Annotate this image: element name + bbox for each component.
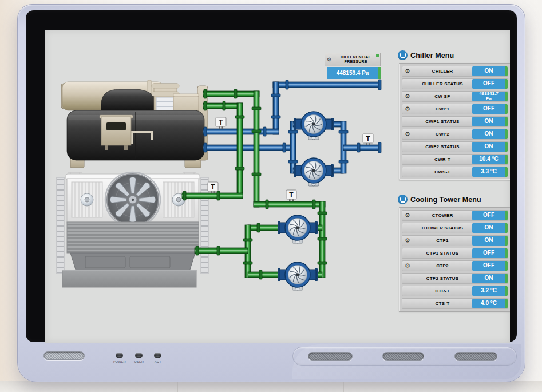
tower-basin: [70, 253, 195, 271]
differential-pressure-widget: ⚙ DIFFERENTIAL PRESSURE 448159.4 Pa: [325, 53, 381, 79]
gear-spacer: [402, 248, 413, 258]
power-led: [116, 353, 123, 358]
chiller-value-button[interactable]: ON: [472, 66, 508, 76]
svg-text:T: T: [219, 118, 223, 126]
ctp2-status-value-button[interactable]: ON: [472, 274, 508, 283]
cw-sp-value-button[interactable]: 468843.7 Pa: [472, 92, 508, 101]
row-label: CTP1: [413, 236, 472, 246]
ctp2-value-button[interactable]: OFF: [472, 261, 508, 271]
chiller-control-box: [101, 117, 131, 145]
row-label: CTOWER STATUS: [413, 223, 472, 233]
speaker-grille: [382, 352, 424, 361]
gear-spacer: [402, 79, 413, 89]
row-label: CTP2 STATUS: [413, 274, 472, 283]
ctr-t-value-button[interactable]: 3.2 °C: [472, 286, 508, 296]
menu-row: CTR-T3.2 °C: [402, 286, 508, 296]
menu-row: CWP2 STATUSON: [402, 141, 508, 152]
cwp1-status-value-button[interactable]: ON: [472, 117, 508, 126]
tower-ladder-right: [201, 177, 208, 274]
row-label: CWP2 STATUS: [413, 142, 472, 152]
row-label: CTR-T: [413, 286, 472, 296]
temperature-sensor-cwr: T: [363, 134, 373, 145]
menu-row: ⚙CTP1ON: [402, 235, 508, 246]
cwp1-value-button[interactable]: OFF: [472, 104, 508, 114]
menu-row: CWP1 STATUSON: [402, 116, 508, 127]
cwr-t-value-button[interactable]: 10.4 °C: [472, 155, 508, 164]
chiller-menu-header: Chiller Menu: [398, 50, 454, 60]
row-label: CWS-T: [413, 167, 472, 177]
act-led: [154, 353, 161, 358]
tower-concrete-base: [62, 270, 196, 287]
table-surface: [0, 381, 542, 392]
menu-row: CTS-T4.0 °C: [402, 298, 508, 309]
temperature-sensor-cws: T: [216, 117, 226, 129]
dp-header: ⚙ DIFFERENTIAL PRESSURE: [325, 53, 381, 66]
cwp2-value-button[interactable]: ON: [472, 129, 508, 139]
cooling-tower-menu-title: Cooling Tower Menu: [410, 196, 481, 204]
cts-t-value-button[interactable]: 4.0 °C: [472, 299, 508, 308]
gear-icon[interactable]: ⚙: [402, 261, 413, 271]
chiller-menu-panel: ⚙CHILLERONCHILLER STATUSOFF⚙CW SP468843.…: [399, 63, 510, 180]
speaker-grille: [308, 352, 353, 361]
row-label: CHILLER: [413, 66, 472, 76]
cwp2-status-value-button[interactable]: ON: [472, 142, 508, 152]
user-led: [135, 353, 143, 358]
row-label: CW SP: [413, 92, 472, 101]
temperature-sensor-ctr: T: [208, 182, 218, 193]
table-seam: [343, 381, 344, 392]
cooling-tower-pump-2: [278, 262, 318, 290]
chiller-unit: [61, 80, 208, 168]
gear-icon[interactable]: ⚙: [402, 92, 413, 101]
act-led-label: ACT: [147, 360, 169, 363]
cooling-tower-menu-panel: ⚙CTOWEROFFCTOWER STATUSON⚙CTP1ONCTP1 STA…: [399, 207, 510, 312]
menu-row: CTOWER STATUSON: [402, 223, 508, 233]
menu-row: CWS-T3.3 °C: [402, 167, 508, 177]
row-label: CTS-T: [413, 299, 472, 308]
screen-frame: T T T T: [26, 10, 517, 342]
chiller-menu-title: Chiller Menu: [410, 52, 454, 60]
temperature-sensor-cts: T: [286, 190, 296, 201]
gear-icon[interactable]: ⚙: [402, 66, 413, 76]
dp-status-indicator: [376, 54, 379, 57]
menu-row: ⚙CHILLERON: [402, 66, 508, 77]
gear-spacer: [402, 167, 413, 177]
gear-icon[interactable]: ⚙: [402, 104, 413, 114]
gear-icon[interactable]: ⚙: [402, 211, 413, 220]
menu-row: ⚙CTP2OFF: [402, 260, 508, 271]
menu-row: ⚙CW SP468843.7 Pa: [402, 91, 508, 102]
panel-pc-monitor: T T T T: [17, 4, 525, 382]
dp-label: DIFFERENTIAL PRESSURE: [333, 55, 378, 65]
gear-icon[interactable]: ⚙: [327, 57, 331, 62]
ctp1-status-value-button[interactable]: OFF: [472, 248, 508, 258]
gear-icon[interactable]: ⚙: [402, 236, 413, 246]
gear-spacer: [402, 155, 413, 164]
row-label: CWP2: [413, 129, 472, 139]
menu-row: CHILLER STATUSOFF: [402, 78, 508, 89]
row-label: CTOWER: [413, 211, 472, 220]
chiller-status-value-button[interactable]: OFF: [472, 79, 508, 89]
table-seam: [177, 381, 178, 392]
svg-text:T: T: [211, 183, 215, 191]
row-label: CWP1 STATUS: [413, 117, 472, 126]
chiller-display-slot: [106, 122, 126, 130]
menu-row: CWR-T10.4 °C: [402, 154, 508, 165]
row-label: CWP1: [413, 104, 472, 114]
ctp1-value-button[interactable]: ON: [472, 236, 508, 246]
row-label: CTP2: [413, 261, 472, 271]
ctower-value-button[interactable]: OFF: [472, 211, 508, 220]
menu-row: ⚙CTOWEROFF: [402, 210, 508, 221]
tower-fan: [105, 172, 160, 227]
cws-t-value-button[interactable]: 3.3 °C: [472, 167, 508, 177]
cooling-tower-menu-header: Cooling Tower Menu: [398, 195, 481, 204]
gear-icon[interactable]: ⚙: [402, 129, 413, 139]
tower-louvers: [67, 222, 199, 253]
cooling-tower: [57, 172, 208, 287]
gear-spacer: [402, 223, 413, 233]
tower-ladder-left: [57, 177, 64, 274]
speaker-grille: [43, 351, 85, 360]
ctower-status-value-button[interactable]: ON: [472, 223, 508, 233]
chilled-water-pump-1: [294, 112, 334, 140]
svg-text:T: T: [289, 191, 294, 199]
menu-row: ⚙CWP2ON: [402, 129, 508, 140]
svg-text:T: T: [366, 135, 370, 143]
